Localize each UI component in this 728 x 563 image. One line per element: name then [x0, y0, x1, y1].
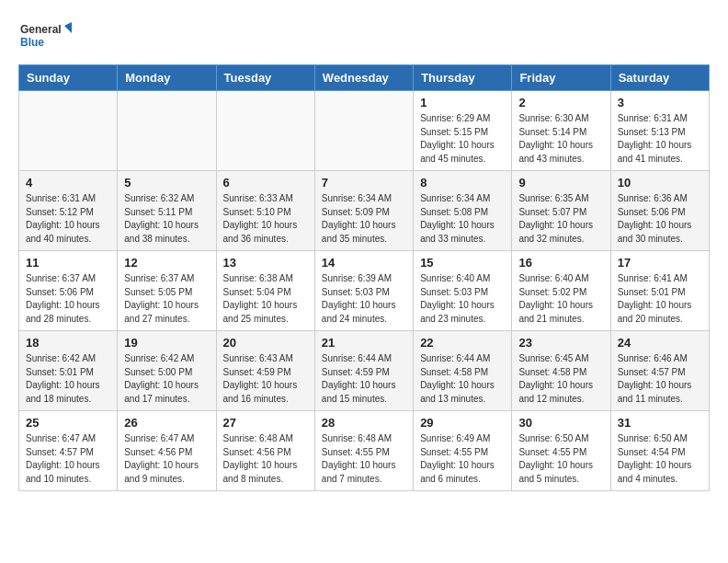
- week-row-2: 4Sunrise: 6:31 AM Sunset: 5:12 PM Daylig…: [19, 171, 710, 251]
- day-number: 25: [26, 416, 110, 430]
- calendar-cell: 21Sunrise: 6:44 AM Sunset: 4:59 PM Dayli…: [314, 331, 413, 411]
- calendar-cell: 2Sunrise: 6:30 AM Sunset: 5:14 PM Daylig…: [512, 91, 610, 171]
- calendar-cell: 30Sunrise: 6:50 AM Sunset: 4:55 PM Dayli…: [512, 411, 610, 491]
- day-info: Sunrise: 6:43 AM Sunset: 4:59 PM Dayligh…: [223, 352, 308, 406]
- day-info: Sunrise: 6:33 AM Sunset: 5:10 PM Dayligh…: [223, 192, 308, 246]
- day-number: 5: [124, 176, 209, 190]
- day-info: Sunrise: 6:34 AM Sunset: 5:09 PM Dayligh…: [322, 192, 406, 246]
- day-info: Sunrise: 6:42 AM Sunset: 5:00 PM Dayligh…: [124, 352, 209, 406]
- day-number: 4: [26, 176, 110, 190]
- week-row-1: 1Sunrise: 6:29 AM Sunset: 5:15 PM Daylig…: [19, 91, 710, 171]
- day-number: 14: [322, 256, 406, 270]
- day-info: Sunrise: 6:44 AM Sunset: 4:58 PM Dayligh…: [420, 352, 505, 406]
- day-info: Sunrise: 6:41 AM Sunset: 5:01 PM Dayligh…: [618, 272, 702, 326]
- week-row-3: 11Sunrise: 6:37 AM Sunset: 5:06 PM Dayli…: [19, 251, 710, 331]
- svg-text:Blue: Blue: [20, 36, 44, 49]
- weekday-thursday: Thursday: [414, 65, 512, 91]
- day-info: Sunrise: 6:40 AM Sunset: 5:03 PM Dayligh…: [420, 272, 505, 326]
- day-number: 21: [322, 336, 406, 350]
- calendar-table: SundayMondayTuesdayWednesdayThursdayFrid…: [18, 64, 710, 491]
- calendar-cell: 26Sunrise: 6:47 AM Sunset: 4:56 PM Dayli…: [118, 411, 216, 491]
- day-number: 23: [518, 336, 603, 350]
- day-info: Sunrise: 6:44 AM Sunset: 4:59 PM Dayligh…: [322, 352, 406, 406]
- calendar-cell: 23Sunrise: 6:45 AM Sunset: 4:58 PM Dayli…: [512, 331, 610, 411]
- day-number: 11: [26, 256, 110, 270]
- day-info: Sunrise: 6:34 AM Sunset: 5:08 PM Dayligh…: [420, 192, 505, 246]
- calendar-cell: 5Sunrise: 6:32 AM Sunset: 5:11 PM Daylig…: [118, 171, 216, 251]
- day-info: Sunrise: 6:32 AM Sunset: 5:11 PM Dayligh…: [124, 192, 209, 246]
- day-number: 9: [518, 176, 603, 190]
- weekday-tuesday: Tuesday: [216, 65, 314, 91]
- day-number: 16: [518, 256, 603, 270]
- day-number: 28: [322, 416, 406, 430]
- day-number: 15: [420, 256, 505, 270]
- day-info: Sunrise: 6:48 AM Sunset: 4:56 PM Dayligh…: [223, 432, 308, 486]
- weekday-saturday: Saturday: [610, 65, 709, 91]
- calendar-cell: 24Sunrise: 6:46 AM Sunset: 4:57 PM Dayli…: [610, 331, 709, 411]
- day-number: 7: [322, 176, 406, 190]
- day-number: 30: [518, 416, 603, 430]
- calendar-cell: 6Sunrise: 6:33 AM Sunset: 5:10 PM Daylig…: [216, 171, 314, 251]
- day-info: Sunrise: 6:50 AM Sunset: 4:54 PM Dayligh…: [618, 432, 702, 486]
- calendar-cell: 8Sunrise: 6:34 AM Sunset: 5:08 PM Daylig…: [414, 171, 512, 251]
- calendar-cell: 10Sunrise: 6:36 AM Sunset: 5:06 PM Dayli…: [610, 171, 709, 251]
- calendar-cell: [314, 91, 413, 171]
- calendar-cell: 20Sunrise: 6:43 AM Sunset: 4:59 PM Dayli…: [216, 331, 314, 411]
- weekday-sunday: Sunday: [19, 65, 118, 91]
- svg-text:General: General: [20, 23, 62, 36]
- calendar-cell: 13Sunrise: 6:38 AM Sunset: 5:04 PM Dayli…: [216, 251, 314, 331]
- day-info: Sunrise: 6:37 AM Sunset: 5:05 PM Dayligh…: [124, 272, 209, 326]
- day-number: 13: [223, 256, 308, 270]
- calendar-cell: 28Sunrise: 6:48 AM Sunset: 4:55 PM Dayli…: [314, 411, 413, 491]
- day-info: Sunrise: 6:31 AM Sunset: 5:12 PM Dayligh…: [26, 192, 110, 246]
- day-info: Sunrise: 6:37 AM Sunset: 5:06 PM Dayligh…: [26, 272, 110, 326]
- day-number: 1: [420, 96, 505, 109]
- calendar-cell: 7Sunrise: 6:34 AM Sunset: 5:09 PM Daylig…: [314, 171, 413, 251]
- calendar-cell: 19Sunrise: 6:42 AM Sunset: 5:00 PM Dayli…: [118, 331, 216, 411]
- week-row-4: 18Sunrise: 6:42 AM Sunset: 5:01 PM Dayli…: [19, 331, 710, 411]
- day-number: 12: [124, 256, 209, 270]
- day-info: Sunrise: 6:40 AM Sunset: 5:02 PM Dayligh…: [518, 272, 603, 326]
- weekday-wednesday: Wednesday: [314, 65, 413, 91]
- calendar-cell: 22Sunrise: 6:44 AM Sunset: 4:58 PM Dayli…: [414, 331, 512, 411]
- day-number: 27: [223, 416, 308, 430]
- weekday-friday: Friday: [512, 65, 610, 91]
- day-info: Sunrise: 6:45 AM Sunset: 4:58 PM Dayligh…: [518, 352, 603, 406]
- calendar-cell: [118, 91, 216, 171]
- weekday-header-row: SundayMondayTuesdayWednesdayThursdayFrid…: [19, 65, 710, 91]
- day-info: Sunrise: 6:35 AM Sunset: 5:07 PM Dayligh…: [518, 192, 603, 246]
- day-number: 29: [420, 416, 505, 430]
- day-info: Sunrise: 6:50 AM Sunset: 4:55 PM Dayligh…: [518, 432, 603, 486]
- day-info: Sunrise: 6:47 AM Sunset: 4:56 PM Dayligh…: [124, 432, 209, 486]
- day-number: 17: [618, 256, 702, 270]
- day-info: Sunrise: 6:46 AM Sunset: 4:57 PM Dayligh…: [618, 352, 702, 406]
- day-info: Sunrise: 6:38 AM Sunset: 5:04 PM Dayligh…: [223, 272, 308, 326]
- day-info: Sunrise: 6:47 AM Sunset: 4:57 PM Dayligh…: [26, 432, 110, 486]
- day-info: Sunrise: 6:49 AM Sunset: 4:55 PM Dayligh…: [420, 432, 505, 486]
- calendar-cell: 9Sunrise: 6:35 AM Sunset: 5:07 PM Daylig…: [512, 171, 610, 251]
- day-number: 10: [618, 176, 702, 190]
- day-info: Sunrise: 6:39 AM Sunset: 5:03 PM Dayligh…: [322, 272, 406, 326]
- day-number: 22: [420, 336, 505, 350]
- day-number: 26: [124, 416, 209, 430]
- weekday-monday: Monday: [118, 65, 216, 91]
- day-info: Sunrise: 6:30 AM Sunset: 5:14 PM Dayligh…: [518, 112, 603, 166]
- svg-marker-2: [64, 22, 72, 33]
- calendar-cell: 11Sunrise: 6:37 AM Sunset: 5:06 PM Dayli…: [19, 251, 118, 331]
- week-row-5: 25Sunrise: 6:47 AM Sunset: 4:57 PM Dayli…: [19, 411, 710, 491]
- calendar-cell: 3Sunrise: 6:31 AM Sunset: 5:13 PM Daylig…: [610, 91, 709, 171]
- calendar-cell: 25Sunrise: 6:47 AM Sunset: 4:57 PM Dayli…: [19, 411, 118, 491]
- logo-svg: General Blue: [18, 18, 74, 55]
- day-number: 18: [26, 336, 110, 350]
- calendar-cell: 12Sunrise: 6:37 AM Sunset: 5:05 PM Dayli…: [118, 251, 216, 331]
- logo: General Blue: [18, 18, 74, 55]
- calendar-cell: 16Sunrise: 6:40 AM Sunset: 5:02 PM Dayli…: [512, 251, 610, 331]
- day-number: 6: [223, 176, 308, 190]
- calendar-cell: 14Sunrise: 6:39 AM Sunset: 5:03 PM Dayli…: [314, 251, 413, 331]
- day-number: 8: [420, 176, 505, 190]
- calendar-cell: 17Sunrise: 6:41 AM Sunset: 5:01 PM Dayli…: [610, 251, 709, 331]
- calendar-cell: 1Sunrise: 6:29 AM Sunset: 5:15 PM Daylig…: [414, 91, 512, 171]
- calendar-cell: 18Sunrise: 6:42 AM Sunset: 5:01 PM Dayli…: [19, 331, 118, 411]
- calendar-cell: [216, 91, 314, 171]
- day-info: Sunrise: 6:29 AM Sunset: 5:15 PM Dayligh…: [420, 112, 505, 166]
